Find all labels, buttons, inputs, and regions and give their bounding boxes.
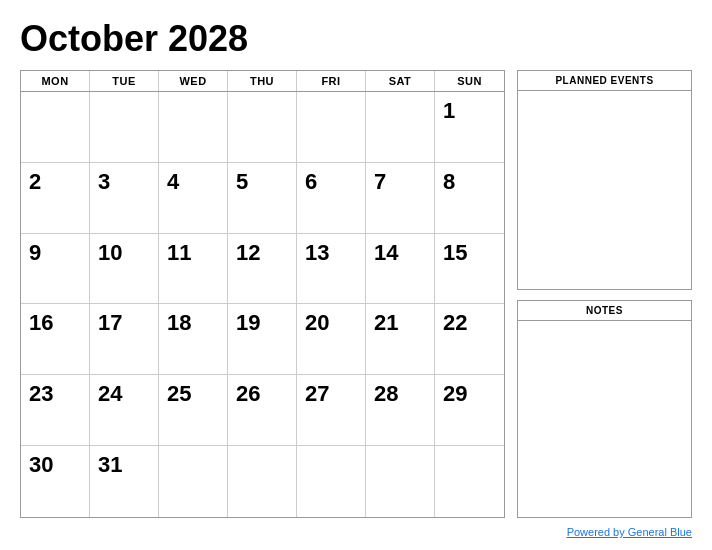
notes-title: NOTES (518, 301, 691, 321)
calendar-grid: 1234567891011121314151617181920212223242… (21, 92, 504, 517)
day-header: WED (159, 71, 228, 91)
calendar-cell (297, 446, 366, 517)
calendar-cell: 17 (90, 304, 159, 375)
calendar-cell: 3 (90, 163, 159, 234)
calendar-cell: 4 (159, 163, 228, 234)
day-header: FRI (297, 71, 366, 91)
calendar-grid-section: MONTUEWEDTHUFRISATSUN 123456789101112131… (20, 70, 505, 518)
day-header: THU (228, 71, 297, 91)
sidebar: PLANNED EVENTS NOTES (517, 70, 692, 518)
calendar-cell: 26 (228, 375, 297, 446)
calendar-cell (366, 446, 435, 517)
calendar-cell: 27 (297, 375, 366, 446)
calendar-cell (159, 92, 228, 163)
calendar-cell: 11 (159, 234, 228, 305)
notes-content (518, 321, 691, 517)
calendar-cell (228, 92, 297, 163)
calendar-cell: 29 (435, 375, 504, 446)
planned-events-title: PLANNED EVENTS (518, 71, 691, 91)
day-header: SAT (366, 71, 435, 91)
calendar-cell: 30 (21, 446, 90, 517)
calendar-cell (228, 446, 297, 517)
calendar-cell (297, 92, 366, 163)
calendar-cell: 7 (366, 163, 435, 234)
calendar-cell: 18 (159, 304, 228, 375)
day-header: SUN (435, 71, 504, 91)
day-header: TUE (90, 71, 159, 91)
calendar-cell: 23 (21, 375, 90, 446)
footer: Powered by General Blue (20, 518, 692, 540)
calendar-cell: 28 (366, 375, 435, 446)
day-header: MON (21, 71, 90, 91)
calendar-cell: 22 (435, 304, 504, 375)
calendar-cell: 15 (435, 234, 504, 305)
calendar-cell: 20 (297, 304, 366, 375)
calendar-cell: 13 (297, 234, 366, 305)
calendar-cell: 1 (435, 92, 504, 163)
calendar-cell: 2 (21, 163, 90, 234)
calendar-cell: 6 (297, 163, 366, 234)
calendar-cell (366, 92, 435, 163)
calendar-cell: 14 (366, 234, 435, 305)
calendar-cell (159, 446, 228, 517)
calendar-cell: 24 (90, 375, 159, 446)
calendar-cell: 9 (21, 234, 90, 305)
planned-events-content (518, 91, 691, 289)
calendar-cell: 8 (435, 163, 504, 234)
planned-events-box: PLANNED EVENTS (517, 70, 692, 290)
calendar-cell: 19 (228, 304, 297, 375)
calendar-cell: 10 (90, 234, 159, 305)
calendar-cell (21, 92, 90, 163)
calendar-cell: 31 (90, 446, 159, 517)
calendar-cell: 25 (159, 375, 228, 446)
calendar-cell: 5 (228, 163, 297, 234)
calendar-cell: 21 (366, 304, 435, 375)
calendar-page: October 2028 MONTUEWEDTHUFRISATSUN 12345… (0, 0, 712, 550)
day-headers: MONTUEWEDTHUFRISATSUN (21, 71, 504, 92)
calendar-cell: 16 (21, 304, 90, 375)
calendar-cell (435, 446, 504, 517)
main-area: MONTUEWEDTHUFRISATSUN 123456789101112131… (20, 70, 692, 518)
general-blue-link[interactable]: Powered by General Blue (567, 526, 692, 538)
notes-box: NOTES (517, 300, 692, 518)
calendar-cell: 12 (228, 234, 297, 305)
page-title: October 2028 (20, 18, 692, 60)
calendar-cell (90, 92, 159, 163)
